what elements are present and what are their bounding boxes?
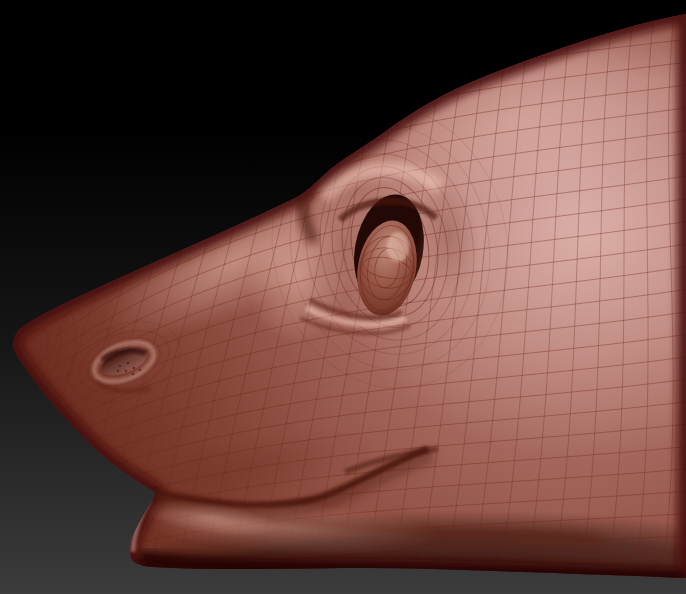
nostril-speckle [119,365,122,368]
sculpt-viewport-canvas[interactable] [0,0,686,594]
nostril-speckle [132,373,135,376]
nostril-speckle [139,369,142,372]
creature-head-model[interactable] [0,0,686,594]
wireframe-latitude-line [0,580,686,594]
nostril-speckle [133,367,136,370]
nostril-speckle [127,362,130,365]
nostril-speckle [117,370,120,373]
nostril-speckle [125,370,128,373]
model-render-surface[interactable] [0,0,686,594]
nostril-speckle [111,359,114,362]
eyeball-specular-highlight [387,232,409,262]
